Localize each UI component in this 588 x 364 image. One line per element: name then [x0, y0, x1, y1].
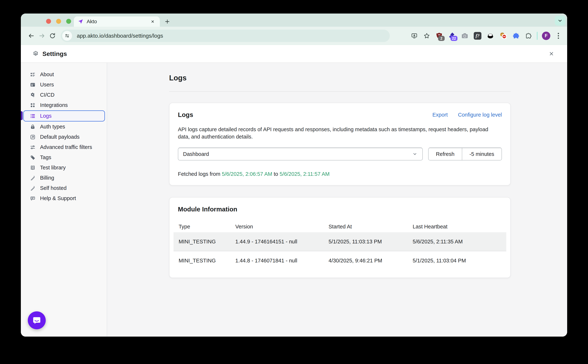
chat-bubble-icon [32, 316, 41, 325]
tags-icon [30, 155, 36, 160]
sidebar-item-about[interactable]: About [23, 69, 105, 79]
module-select[interactable]: Dashboard [178, 148, 423, 160]
zoom-window-button[interactable] [66, 19, 71, 24]
toolbar-right: uo222f? F [410, 31, 562, 41]
table-cell: MINI_TESTING [179, 258, 235, 264]
sidebar-item-ci-cd[interactable]: CI/CD [23, 90, 105, 100]
sidebar-item-label: Users [40, 82, 54, 88]
sidebar-item-label: Self hosted [40, 185, 66, 191]
tab-search-chevron-button[interactable] [555, 16, 565, 26]
sidebar-item-auth-types[interactable]: Auth types [23, 122, 105, 132]
sidebar-item-users[interactable]: Users [23, 80, 105, 90]
bookmark-star-icon[interactable] [423, 31, 431, 41]
site-settings-icon[interactable] [62, 31, 72, 41]
settings-body: AboutUsersCI/CDIntegrationsLogsAuth type… [21, 63, 567, 337]
test-library-icon [30, 165, 36, 171]
module-select-value: Dashboard [183, 151, 209, 157]
sidebar-item-help-support[interactable]: Help & Support [23, 193, 105, 203]
refresh-button-group: Refresh -5 minutes [428, 148, 502, 160]
sidebar-item-billing[interactable]: Billing [23, 173, 105, 183]
configure-log-level-link[interactable]: Configure log level [458, 112, 502, 118]
install-app-icon[interactable] [410, 31, 418, 41]
sidebar-item-label: About [40, 72, 54, 78]
settings-gear-icon [33, 51, 39, 57]
logs-card: Logs Export Configure log level API logs… [169, 103, 511, 185]
forward-icon[interactable] [37, 31, 47, 41]
akto-favicon-icon [78, 19, 83, 24]
sidebar-item-default-payloads[interactable]: Default payloads [23, 132, 105, 142]
close-window-button[interactable] [46, 19, 51, 24]
table-row: MINI_TESTING1.44.8 - 1746071841 - null4/… [173, 251, 506, 270]
avatar-initial: F [545, 33, 547, 38]
minimize-window-button[interactable] [56, 19, 61, 24]
logs-icon [30, 113, 36, 119]
dark-sphere-extension-icon[interactable] [486, 32, 494, 40]
back-icon[interactable] [26, 31, 37, 41]
purple-diamond-extension-icon[interactable]: 22 [448, 32, 456, 40]
chat-widget-button[interactable] [28, 311, 46, 329]
sidebar-item-label: Billing [40, 175, 54, 181]
tab-title: Akto [87, 19, 97, 25]
extension-badge: 2 [438, 36, 445, 41]
table-cell: 4/30/2025, 9:46:21 PM [329, 258, 413, 264]
minus-5-minutes-button[interactable]: -5 minutes [462, 148, 502, 160]
sidebar-nav: AboutUsersCI/CDIntegrationsLogsAuth type… [21, 69, 107, 203]
default-payloads-icon [30, 134, 36, 140]
settings-title: Settings [42, 50, 67, 57]
module-table-body: MINI_TESTING1.44.9 - 1746164151 - null5/… [173, 232, 506, 270]
column-header: Version [235, 224, 329, 230]
fetched-logs-status: Fetched logs from 5/6/2025, 2:06:57 AM t… [178, 171, 502, 177]
browser-tab[interactable]: Akto [74, 16, 160, 27]
sidebar-item-advanced-traffic-filters[interactable]: Advanced traffic filters [23, 142, 105, 152]
extensions-tray: uo222f? [435, 32, 520, 40]
reload-icon[interactable] [47, 31, 58, 41]
module-information-title: Module Information [170, 206, 510, 213]
sidebar-item-self-hosted[interactable]: Self hosted [23, 183, 105, 193]
fetched-from-timestamp: 5/6/2025, 2:06:57 AM [222, 171, 272, 177]
integrations-icon [30, 102, 36, 108]
sidebar-item-test-library[interactable]: Test library [23, 163, 105, 173]
ublock-extension-icon[interactable]: uo2 [435, 32, 443, 40]
table-cell: 5/1/2025, 11:03:04 PM [413, 258, 501, 264]
table-cell: 1.44.9 - 1746164151 - null [235, 239, 329, 245]
module-information-card: Module Information TypeVersionStarted At… [169, 197, 511, 278]
chrome-menu-icon[interactable] [555, 32, 562, 40]
chevron-down-icon [412, 151, 418, 157]
page-title: Logs [169, 73, 511, 82]
sidebar-item-tags[interactable]: Tags [23, 152, 105, 162]
svg-text:uo: uo [438, 33, 440, 36]
logs-description: API logs capture detailed records of API… [178, 126, 500, 140]
sidebar-item-label: Integrations [40, 102, 68, 108]
about-icon [30, 72, 36, 78]
address-bar[interactable]: app.akto.io/dashboard/settings/logs [61, 30, 390, 42]
camera-extension-icon[interactable] [461, 32, 469, 40]
main-panel: Logs Logs Export Configure log level API… [107, 63, 567, 337]
module-table-header: TypeVersionStarted AtLast Heartbeat [173, 221, 506, 232]
fetched-joiner: to [274, 171, 278, 177]
module-table: TypeVersionStarted AtLast Heartbeat MINI… [173, 221, 506, 270]
sidebar-item-integrations[interactable]: Integrations [23, 100, 105, 110]
macos-window-controls [46, 19, 71, 24]
blue-puzzle-extension-icon[interactable] [512, 32, 520, 40]
blocked-site-extension-icon[interactable] [499, 32, 507, 40]
extension-badge: 22 [450, 36, 457, 41]
refresh-button[interactable]: Refresh [429, 148, 462, 160]
font-finder-extension-icon[interactable]: f? [474, 32, 482, 40]
users-icon [30, 82, 36, 88]
table-cell: MINI_TESTING [179, 239, 235, 245]
settings-close-icon[interactable] [547, 50, 555, 58]
sidebar-item-label: Help & Support [40, 195, 76, 201]
sidebar-item-label: CI/CD [40, 92, 54, 98]
export-link[interactable]: Export [432, 112, 448, 118]
profile-avatar[interactable]: F [542, 32, 550, 40]
column-header: Type [179, 224, 235, 230]
tab-close-icon[interactable] [150, 19, 156, 25]
title-divider [169, 91, 511, 92]
new-tab-button[interactable] [163, 17, 172, 26]
font-finder-extension-icon-glyph: f? [474, 32, 481, 40]
settings-sidebar: AboutUsersCI/CDIntegrationsLogsAuth type… [21, 63, 107, 337]
help-support-icon [30, 195, 36, 201]
sidebar-item-logs[interactable]: Logs [23, 110, 105, 122]
extensions-menu-icon[interactable] [524, 31, 532, 41]
tab-strip: Akto [21, 13, 567, 27]
